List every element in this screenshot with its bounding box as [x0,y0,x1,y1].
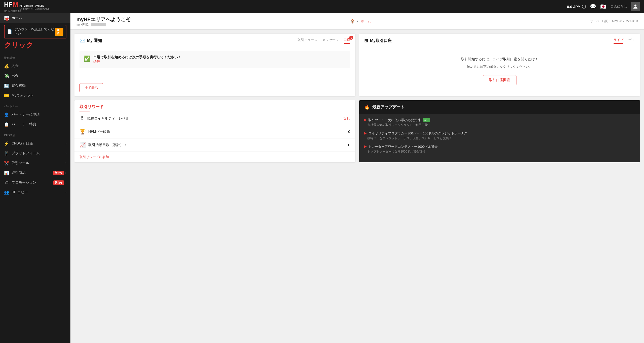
loyalty-icon: 🎖 [79,116,85,121]
page-title: myHFエリアへようこそ [76,16,131,23]
flag-icon[interactable]: 🇯🇵 [600,4,607,10]
sidebar-item-trading-tools-left: ✂️ 取引ツール [4,161,29,166]
sidebar-item-partner-apply[interactable]: 👤 パートナーに申請 [0,110,70,120]
sidebar-item-platform[interactable]: 📱 プラットフォーム › [0,149,70,158]
sidebar-item-promotions-label: プロモーション [12,180,36,185]
notifications-card-title: ✉️ My 通知 [79,38,102,43]
sidebar-item-deposit-label: 入金 [12,64,19,68]
sidebar-item-verify[interactable]: 📄 アカウントを認証してください 保留 [4,25,66,38]
loyalty-value: なし [343,116,350,121]
document-icon: 📄 [7,29,12,34]
reward-link[interactable]: 取引リワードに参加 [74,152,355,162]
notifications-tabs: 取引ニュース メッセージ 口座 1 [298,38,350,44]
notification-body: 市場で取引を始めるには次の手順を実行してください！ 続行 [93,55,181,64]
sidebar-item-verify-left: 📄 アカウントを認証してください [7,27,55,36]
updates-icon: 🔥 [364,104,370,110]
update-item-2: ▶ トレーダーアワードコンテストー1000ドル賞金 トップトレーダーになり100… [364,144,635,154]
sidebar-item-home[interactable]: 📊 ホーム [0,13,70,23]
sidebar-item-platform-label: プラットフォーム [12,151,40,156]
sidebar-item-transfer-label: 資金移動 [12,83,26,88]
products-badge: 新たな [53,171,64,175]
notification-spacer [79,71,350,81]
sidebar-item-cfd-accounts-left: ⚡ CFD取引口座 [4,141,33,146]
myhf-id-label: myHF ID: [76,23,89,26]
platform-arrow-icon: › [65,152,66,155]
update-item-0-title-text: 取引ツールー更に低い最小必要要件 [368,118,421,122]
hfm-bar-label: HFMバー残高 [88,129,110,134]
balance-display: 0.0 JPY [567,5,586,9]
sidebar-item-withdraw[interactable]: 💸 出金 [0,71,70,81]
reward-row-activity: 📈 取引活動日数（累計）： 0 [74,138,355,152]
breadcrumb-sep: • [357,19,358,24]
hf-copy-icon: 👥 [4,190,9,195]
partner-apply-icon: 👤 [4,112,9,117]
topbar-right: 0.0 JPY 💬 🇯🇵 こんにちは [567,2,640,11]
partner-benefit-icon: 📋 [4,122,9,127]
breadcrumb: 🏠 • ホーム [350,19,371,24]
updates-content: ▶ 取引ツールー更に低い最小必要要件 新！ 当社最人気の取引ツールが今ならご利用… [359,114,640,162]
page-header-left: myHFエリアへようこそ myHF ID: [76,16,131,26]
update-item-1-desc: 獲得バーをクレジットボーナス、現金、取引サービスと交換！ [367,136,635,140]
tab-messages[interactable]: メッセージ [322,38,339,44]
tab-demo[interactable]: デモ [628,38,635,44]
updates-card: 🔥 最新アップデート ▶ 取引ツールー更に低い最小必要要件 新！ 当社最人気の取… [359,100,640,162]
update-item-2-title-text: トレーダーアワードコンテストー1000ドル賞金 [368,144,438,149]
promotions-badge: 新たな [53,180,64,185]
open-account-button[interactable]: 取引口座開設 [483,75,516,85]
breadcrumb-home-icon: 🏠 [350,19,355,24]
show-all-button[interactable]: 全て表示 [79,83,103,92]
cfd-icon: ⚡ [4,141,9,146]
logo-hf: HF [4,1,12,9]
trading-account-card: ⊞ My取引口座 ライブ デモ 取引開始するには、ライブ取引口座を開くだけ！ 始… [359,34,640,96]
sidebar-item-trading-tools[interactable]: ✂️ 取引ツール › [0,158,70,168]
sidebar-item-promotions[interactable]: 🏷 プロモーション 新たな › [0,178,70,187]
sidebar-item-cfd-accounts-label: CFD取引口座 [12,141,33,146]
sidebar-item-cfd-accounts[interactable]: ⚡ CFD取引口座 › [0,139,70,149]
sidebar-item-wallet[interactable]: 💳 Myウォレット [0,91,70,101]
sidebar-item-platform-left: 📱 プラットフォーム [4,151,40,156]
tab-live[interactable]: ライブ [614,38,623,44]
wallet-icon: 💳 [4,93,9,98]
notification-text: 市場で取引を始めるには次の手順を実行してください！ [93,55,181,60]
sidebar-item-partner-apply-label: パートナーに申請 [12,112,40,117]
sidebar-item-deposit[interactable]: 💰 入金 [0,61,70,71]
refresh-icon[interactable] [582,5,586,9]
server-time: サーバー時間： May 28 2022 03:03 [590,19,638,23]
reward-row-activity-left: 📈 取引活動日数（累計）： [79,142,127,148]
notifications-title-text: My 通知 [87,38,102,43]
reward-row-loyalty: 🎖 現在ロイヤルティ・レベル なし [74,112,355,125]
greeting-text: こんにちは [611,4,627,9]
sidebar-item-transfer[interactable]: 🔄 資金移動 [0,81,70,91]
promotions-arrow-icon: › [65,181,66,184]
activity-value: 0 [348,143,350,147]
tab-trading-news[interactable]: 取引ニュース [298,38,317,44]
reward-card-header: 取引リワード [74,100,355,112]
logo[interactable]: HF M HF Markets (SV) LTD Member of HF Ma… [4,1,50,12]
tab-accounts[interactable]: 口座 1 [344,38,350,44]
grid-icon: ⊞ [364,38,368,43]
notification-link[interactable]: 続行 [93,60,181,64]
trading-account-tabs: ライブ デモ [614,38,635,44]
section-label-partner: パートナー [0,101,70,110]
tab-accounts-badge: 1 [349,36,353,40]
balance-value: 0.0 JPY [567,5,580,9]
update-item-2-title: ▶ トレーダーアワードコンテストー1000ドル賞金 [364,144,635,149]
update-item-1-title-text: ロイヤリティプログラムー300バー＝150ドルのクレジットボーナス [368,131,467,136]
deposit-icon: 💰 [4,64,9,69]
chat-icon[interactable]: 💬 [590,4,596,10]
trading-tools-icon: ✂️ [4,161,9,166]
sidebar: 📊 ホーム 📄 アカウントを認証してください 保留 ▼ クリック 資金調達 [0,13,70,343]
bullet-icon-1: ▶ [364,131,367,135]
sidebar-item-products[interactable]: 📊 取引商品 新たな › [0,168,70,178]
trading-account-card-header: ⊞ My取引口座 ライブ デモ [359,34,640,47]
avatar[interactable] [631,2,640,11]
sidebar-item-partner-benefit[interactable]: 📋 パートナー特典 [0,120,70,129]
sidebar-item-hf-copy[interactable]: 👥 HF コピー › [0,187,70,197]
notifications-card-header: ✉️ My 通知 取引ニュース メッセージ 口座 1 [74,34,355,47]
notification-item: ✅ 市場で取引を始めるには次の手順を実行してください！ 続行 [79,51,350,68]
topbar: HF M HF Markets (SV) LTD Member of HF Ma… [0,0,644,13]
app-body: 📊 ホーム 📄 アカウントを認証してください 保留 ▼ クリック 資金調達 [0,13,644,343]
notifications-card: ✉️ My 通知 取引ニュース メッセージ 口座 1 ✅ [74,34,355,96]
products-arrow-icon: › [65,171,66,175]
update-item-2-desc: トップトレーダーになり1000ドル賞金獲得 [367,150,635,154]
